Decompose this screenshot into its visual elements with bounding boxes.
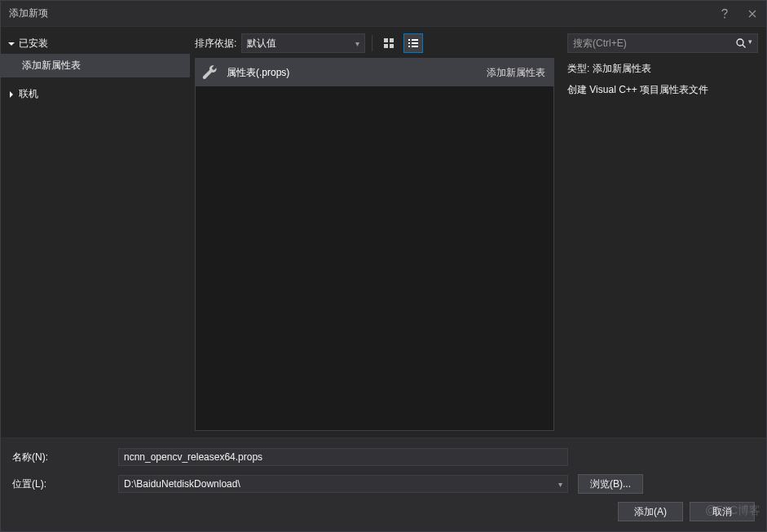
- cancel-button[interactable]: 取消: [690, 502, 755, 521]
- name-input[interactable]: ncnn_opencv_releasex64.props: [118, 448, 568, 466]
- chevron-right-icon: [7, 90, 15, 99]
- template-name: 属性表(.props): [227, 66, 487, 80]
- help-button[interactable]: [711, 1, 738, 27]
- template-category: 添加新属性表: [487, 66, 545, 80]
- add-label: 添加(A): [634, 505, 667, 519]
- browse-label: 浏览(B)...: [590, 477, 631, 491]
- sort-combo[interactable]: 默认值 ▾: [241, 33, 365, 53]
- sidebar-item-property-sheet[interactable]: 添加新属性表: [1, 54, 190, 77]
- help-icon: [721, 8, 729, 20]
- window-title: 添加新项: [9, 7, 48, 20]
- chevron-down-icon: ▾: [558, 480, 562, 489]
- template-row[interactable]: 属性表(.props) 添加新属性表: [196, 59, 553, 86]
- svg-rect-1: [384, 38, 388, 42]
- svg-rect-6: [412, 39, 418, 41]
- separator: [372, 35, 372, 51]
- location-label: 位置(L):: [12, 477, 118, 491]
- view-icons-button[interactable]: [379, 33, 399, 53]
- wrench-icon: [201, 64, 218, 81]
- svg-rect-4: [390, 44, 394, 48]
- svg-rect-5: [408, 39, 410, 41]
- info-type-label: 类型:: [567, 63, 589, 74]
- location-combo[interactable]: D:\BaiduNetdiskDownload\ ▾: [118, 475, 568, 493]
- close-button[interactable]: [738, 1, 766, 27]
- bottom-form: 名称(N): ncnn_opencv_releasex64.props 位置(L…: [1, 437, 766, 531]
- svg-rect-3: [384, 44, 388, 48]
- svg-rect-7: [408, 42, 410, 44]
- title-bar: 添加新项: [1, 1, 766, 27]
- sort-label: 排序依据:: [195, 37, 236, 51]
- sidebar: 已安装 添加新属性表 联机: [1, 27, 190, 437]
- info-panel: 搜索(Ctrl+E) ▾ 类型: 添加新属性表 创建 Visual C++ 项目…: [559, 27, 766, 437]
- location-value: D:\BaiduNetdiskDownload\: [124, 478, 240, 490]
- list-icon: [408, 37, 419, 49]
- sidebar-section-online[interactable]: 联机: [1, 84, 190, 104]
- svg-rect-2: [390, 38, 394, 42]
- sort-value: 默认值: [247, 37, 276, 51]
- name-label: 名称(N):: [12, 451, 118, 464]
- center-panel: 排序依据: 默认值 ▾: [190, 27, 559, 437]
- chevron-down-icon: ▾: [355, 39, 359, 48]
- svg-rect-10: [412, 46, 418, 47]
- browse-button[interactable]: 浏览(B)...: [578, 474, 643, 494]
- info-type-value: 添加新属性表: [593, 63, 651, 74]
- search-placeholder: 搜索(Ctrl+E): [573, 37, 627, 51]
- sidebar-section-label: 联机: [19, 87, 38, 101]
- svg-rect-9: [408, 46, 410, 47]
- close-icon: [748, 10, 756, 18]
- info-type: 类型: 添加新属性表: [567, 61, 758, 76]
- sidebar-section-label: 已安装: [19, 37, 48, 51]
- sidebar-section-installed[interactable]: 已安装: [1, 33, 190, 54]
- add-button[interactable]: 添加(A): [618, 502, 683, 521]
- toolbar: 排序依据: 默认值 ▾: [195, 33, 554, 53]
- template-list[interactable]: 属性表(.props) 添加新属性表: [195, 58, 554, 431]
- svg-point-11: [737, 39, 743, 46]
- cancel-label: 取消: [712, 505, 732, 519]
- sidebar-item-label: 添加新属性表: [22, 59, 81, 71]
- chevron-down-icon: [7, 40, 15, 48]
- search-icon: ▾: [735, 37, 752, 49]
- info-description: 创建 Visual C++ 项目属性表文件: [567, 82, 758, 97]
- search-input[interactable]: 搜索(Ctrl+E) ▾: [567, 33, 758, 53]
- svg-point-0: [724, 16, 725, 18]
- view-list-button[interactable]: [403, 33, 423, 53]
- name-value: ncnn_opencv_releasex64.props: [124, 451, 262, 463]
- svg-rect-8: [412, 42, 418, 44]
- grid-icon: [383, 37, 395, 49]
